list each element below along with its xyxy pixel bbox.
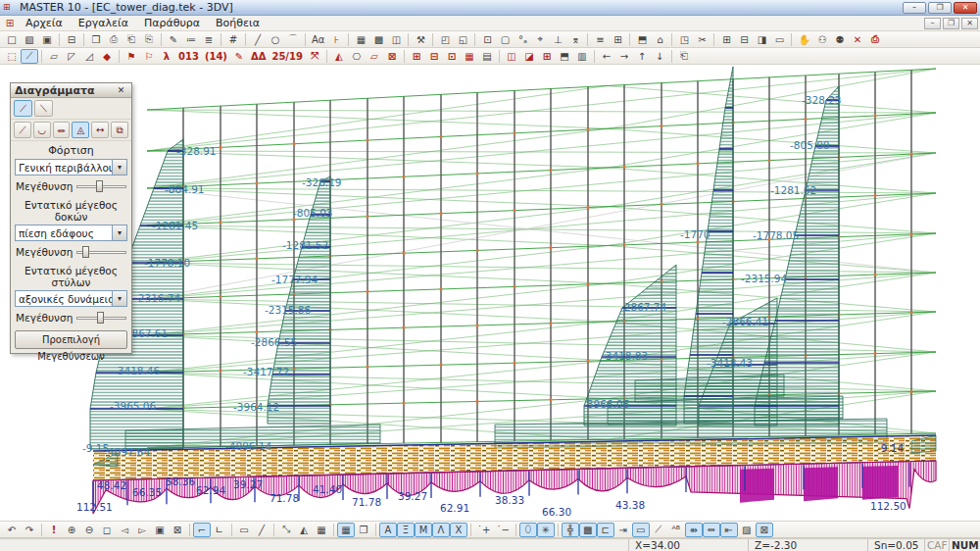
- arc-tool-icon[interactable]: ⌒: [284, 32, 302, 47]
- show-xi-icon[interactable]: Ξ: [397, 523, 415, 537]
- show-a-icon[interactable]: A: [379, 523, 397, 537]
- plane-icon[interactable]: ▱: [366, 49, 383, 64]
- support-icon[interactable]: ⊥: [549, 32, 566, 47]
- beam-diagrams-icon[interactable]: ⟋: [14, 100, 32, 117]
- col5-icon[interactable]: ▥: [573, 49, 591, 64]
- nav-down-icon[interactable]: ↓: [651, 49, 668, 64]
- snap-perp-icon[interactable]: ⇤: [720, 523, 738, 537]
- node-minus-icon[interactable]: ˙−: [493, 523, 512, 537]
- new-file-icon[interactable]: □: [3, 32, 21, 47]
- zoom-region-icon[interactable]: ⊡: [478, 32, 496, 47]
- front-view-icon[interactable]: ⊟: [735, 32, 753, 47]
- palette-close-icon[interactable]: ✕: [115, 84, 127, 96]
- export-icon[interactable]: ⎘: [140, 32, 158, 47]
- snap-grid-icon[interactable]: ╬: [562, 523, 579, 537]
- chevron-down-icon[interactable]: ▾: [112, 160, 126, 175]
- print-preview-icon[interactable]: ⎗: [122, 32, 140, 47]
- snap-fill-icon[interactable]: ▩: [579, 523, 597, 537]
- element-tool-icon[interactable]: ▦: [352, 32, 369, 47]
- lambda-icon[interactable]: λ: [158, 49, 175, 64]
- nav-right-icon[interactable]: →: [615, 49, 633, 64]
- area-icon[interactable]: ◭: [295, 523, 313, 537]
- magnification-slider-1[interactable]: [76, 179, 126, 193]
- menu-1[interactable]: Εργαλεία: [71, 16, 136, 30]
- mode-soil-icon[interactable]: ◬: [72, 122, 89, 138]
- load-combobox[interactable]: Γενική περιβάλλουσα ▾: [15, 159, 127, 175]
- undo-icon[interactable]: ↶: [3, 523, 21, 537]
- flag2-icon[interactable]: ⚐: [140, 49, 158, 64]
- print-icon[interactable]: ⎙: [105, 32, 122, 47]
- zoom-prev-icon[interactable]: ◅: [116, 523, 133, 537]
- frame-diag-icon[interactable]: ◿: [80, 49, 98, 64]
- mdi-minimize-button[interactable]: –: [924, 18, 941, 29]
- snap-ext-icon[interactable]: ⇥: [614, 523, 632, 537]
- menu-3[interactable]: Βοήθεια: [208, 16, 268, 30]
- save-file-icon[interactable]: ▣: [38, 32, 56, 47]
- angle-icon[interactable]: ∟: [211, 523, 228, 537]
- view3d-icon[interactable]: ◳: [675, 32, 693, 47]
- line-tool-icon[interactable]: ╱: [249, 32, 267, 47]
- mouse-icon[interactable]: ⬯: [519, 523, 537, 537]
- pencil-red-icon[interactable]: ✎: [230, 49, 248, 64]
- snap-ab-icon[interactable]: ᴬᴮ: [667, 523, 685, 537]
- zoom-select-icon[interactable]: ⊠: [169, 523, 186, 537]
- dim-14-icon[interactable]: (14): [202, 49, 230, 64]
- solid-icon[interactable]: ⬒: [633, 32, 651, 47]
- mode-moment-icon[interactable]: ⟋: [14, 122, 31, 138]
- plan-view-icon[interactable]: ⊞: [717, 32, 735, 47]
- col1-icon[interactable]: ◫: [503, 49, 520, 64]
- snap-arrow-icon[interactable]: ⇻: [685, 523, 703, 537]
- calc-icon[interactable]: ▦: [313, 523, 330, 537]
- beam-force-combobox[interactable]: πίεση εδάφους ▾: [15, 225, 127, 241]
- mode-span-icon[interactable]: ↔: [91, 122, 109, 138]
- diagram-mode-icon[interactable]: ⟋: [21, 49, 38, 64]
- walk-out-icon[interactable]: ⚉: [831, 32, 849, 47]
- zoom-window-icon[interactable]: ◻: [98, 523, 116, 537]
- folder-open-icon[interactable]: ⎗: [675, 49, 693, 64]
- column-force-combobox[interactable]: αξονικές δυνάμεις ▾: [15, 290, 127, 307]
- minimize-button[interactable]: –: [903, 2, 926, 14]
- levels-icon[interactable]: ≡: [591, 32, 609, 47]
- snap-int-icon[interactable]: ⟋: [650, 523, 667, 537]
- ratio-icon[interactable]: 25/19: [269, 49, 305, 64]
- show-lambda-icon[interactable]: Λ: [432, 523, 450, 537]
- mode-shear-icon[interactable]: ◡: [33, 122, 51, 138]
- diag-measure-icon[interactable]: ⤡: [277, 523, 295, 537]
- close-button[interactable]: ✕: [954, 2, 977, 14]
- col4-icon[interactable]: ⬒: [556, 49, 573, 64]
- chevron-down-icon[interactable]: ▾: [112, 225, 126, 240]
- copy-view-icon[interactable]: ❐: [355, 523, 372, 537]
- document-icon[interactable]: ⊞: [2, 18, 18, 28]
- snap-mid-icon[interactable]: ▭: [632, 523, 650, 537]
- open-file-icon[interactable]: ▧: [21, 32, 38, 47]
- nav-up-icon[interactable]: ↑: [633, 49, 651, 64]
- zoom-out-icon[interactable]: ⊖: [80, 523, 98, 537]
- zoom-in-icon[interactable]: ⊕: [63, 523, 80, 537]
- snap-rail-icon[interactable]: ⏛: [703, 523, 720, 537]
- edit-pencil-icon[interactable]: ✎: [165, 32, 182, 47]
- footing-icon[interactable]: ⌆: [566, 32, 584, 47]
- mdi-close-button[interactable]: ✕: [961, 18, 978, 29]
- move-node-icon[interactable]: ⤧: [306, 49, 323, 64]
- archive-icon[interactable]: ⊟: [63, 32, 80, 47]
- save-model-icon[interactable]: ◆: [98, 49, 116, 64]
- snap-edge-icon[interactable]: ⊏: [597, 523, 614, 537]
- ortho-icon[interactable]: ⌐: [193, 523, 211, 537]
- col2-icon[interactable]: ◪: [520, 49, 538, 64]
- snap-box-icon[interactable]: ⊠: [756, 523, 773, 537]
- dim-013-icon[interactable]: 013: [175, 49, 202, 64]
- text-tool-icon[interactable]: Aα: [309, 32, 327, 47]
- pan-icon[interactable]: ✋: [795, 32, 812, 47]
- restore-button[interactable]: ❐: [928, 2, 952, 14]
- flag-icon[interactable]: ⚑: [122, 49, 140, 64]
- frame-edit-icon[interactable]: ▱: [45, 49, 63, 64]
- print-red-icon[interactable]: ⎙: [866, 32, 884, 47]
- mode-axial-icon[interactable]: ⏛: [53, 122, 71, 138]
- mdi-restore-button[interactable]: ❐: [943, 18, 959, 29]
- default-magnifications-button[interactable]: Προεπιλογή Μεγεθύνσεων: [15, 330, 127, 349]
- properties-icon[interactable]: ◰: [436, 32, 454, 47]
- list-view-icon[interactable]: ≣: [200, 32, 218, 47]
- table4-icon[interactable]: ▦: [461, 49, 478, 64]
- list-add-icon[interactable]: ≔: [182, 32, 200, 47]
- select-frame-icon[interactable]: ⬚: [3, 49, 21, 64]
